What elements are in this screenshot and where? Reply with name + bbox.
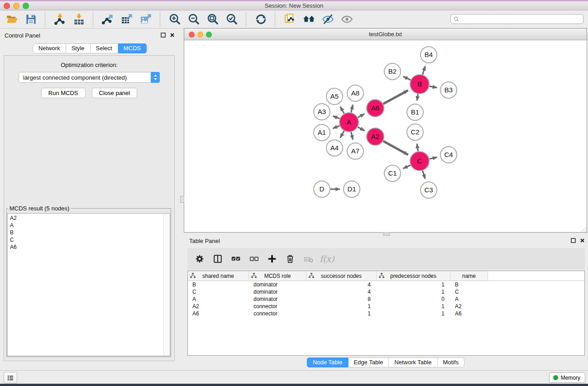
first-neighbors-icon[interactable] <box>301 12 317 27</box>
add-column-icon[interactable] <box>265 252 279 266</box>
table-row[interactable]: Cdominator41C <box>188 288 584 295</box>
graph-edge-A-A7[interactable] <box>351 132 353 140</box>
optimization-criterion-select[interactable]: largest connected component (directed) <box>19 72 160 83</box>
float-table-panel-icon[interactable] <box>571 238 576 243</box>
table-row[interactable]: A6connector11A6 <box>188 310 584 317</box>
show-all-icon[interactable] <box>339 12 355 27</box>
import-table-icon[interactable] <box>71 12 87 27</box>
export-table-icon[interactable] <box>119 12 135 27</box>
graph-edge-C-C2[interactable] <box>417 144 418 152</box>
graph-node-A8[interactable]: A8 <box>347 85 363 101</box>
column-header-successor-nodes[interactable]: successor nodes <box>306 271 377 281</box>
graph-edge-B-B4[interactable] <box>423 66 425 75</box>
tab-mcds[interactable]: MCDS <box>118 43 147 53</box>
tab-node-table[interactable]: Node Table <box>307 357 349 367</box>
tab-motifs[interactable]: Motifs <box>437 357 464 367</box>
graph-node-A5[interactable]: A5 <box>326 88 343 105</box>
tab-network[interactable]: Network <box>33 43 66 53</box>
close-table-panel-icon[interactable] <box>580 238 585 243</box>
mcds-result-item[interactable]: A <box>10 222 170 229</box>
graph-edge-C-C1[interactable] <box>403 165 411 168</box>
graph-edge-C-C3[interactable] <box>423 171 425 179</box>
graph-edge-A-A6[interactable] <box>358 114 364 118</box>
result-scrollbar[interactable] <box>163 214 170 356</box>
graph-edge-A-A8[interactable] <box>351 105 353 112</box>
graph-edge-A-A3[interactable] <box>333 116 339 119</box>
column-visibility-icon[interactable] <box>211 252 225 266</box>
graph-node-B[interactable]: B <box>410 75 429 94</box>
graph-node-C4[interactable]: C4 <box>440 147 457 163</box>
network-graph[interactable]: B4B2BB3A5A8A6A3B1AA1C2A2A4A7CC4C1C3DD1 <box>184 40 587 232</box>
network-window-titlebar[interactable]: testGlobe.txt <box>184 29 587 40</box>
refresh-icon[interactable] <box>253 12 269 27</box>
float-panel-icon[interactable] <box>161 33 166 38</box>
close-panel-button[interactable]: Close panel <box>92 88 138 98</box>
run-mcds-button[interactable]: Run MCDS <box>41 88 86 98</box>
column-header-shared-name[interactable]: shared name <box>188 271 249 281</box>
save-session-icon[interactable] <box>23 12 39 27</box>
graph-node-B4[interactable]: B4 <box>421 47 437 63</box>
zoom-selected-icon[interactable] <box>224 12 240 27</box>
graph-node-A7[interactable]: A7 <box>347 143 363 159</box>
graph-node-C[interactable]: C <box>410 152 429 171</box>
tab-network-table[interactable]: Network Table <box>389 357 437 367</box>
graph-node-B3[interactable]: B3 <box>440 82 457 98</box>
close-panel-icon[interactable] <box>170 33 175 38</box>
graph-edge-B-B1[interactable] <box>417 94 418 101</box>
mcds-result-item[interactable]: A2 <box>10 214 170 222</box>
vertical-scroll-thumb[interactable] <box>180 196 184 203</box>
search-field[interactable] <box>450 14 583 24</box>
column-header-predecessor-nodes[interactable]: predecessor nodes <box>377 271 450 281</box>
graph-edge-B-B3[interactable] <box>430 86 437 87</box>
deselect-all-icon[interactable] <box>247 252 261 266</box>
zoom-out-icon[interactable] <box>186 12 202 27</box>
table-settings-icon[interactable] <box>193 252 206 266</box>
graph-edge-A-A4[interactable] <box>340 131 344 138</box>
hide-selected-icon[interactable] <box>320 12 336 27</box>
graph-node-B1[interactable]: B1 <box>407 104 423 120</box>
mcds-result-item[interactable]: B <box>10 229 170 236</box>
window-list-button[interactable] <box>4 372 17 383</box>
column-header-name[interactable]: name <box>450 271 488 281</box>
select-all-icon[interactable] <box>229 252 243 266</box>
tab-style[interactable]: Style <box>66 43 91 53</box>
mcds-result-item[interactable]: A6 <box>10 243 170 251</box>
graph-edge-B-B2[interactable] <box>403 76 411 80</box>
graph-edge-A-A5[interactable] <box>340 107 344 114</box>
graph-node-C1[interactable]: C1 <box>384 165 401 181</box>
graph-node-D1[interactable]: D1 <box>344 181 360 197</box>
graph-node-A[interactable]: A <box>339 113 359 132</box>
graph-node-A2[interactable]: A2 <box>367 128 384 145</box>
graph-node-A3[interactable]: A3 <box>314 104 330 120</box>
graph-node-D[interactable]: D <box>314 181 330 197</box>
graph-edge-A2-C[interactable] <box>383 141 408 155</box>
table-row[interactable]: A2connector11A2 <box>188 303 584 310</box>
table-row[interactable]: Adominator80A <box>188 295 584 303</box>
graph-node-B2[interactable]: B2 <box>384 63 401 80</box>
new-network-from-selection-icon[interactable] <box>282 12 298 27</box>
tab-select[interactable]: Select <box>91 43 118 53</box>
search-input[interactable] <box>459 15 583 23</box>
graph-node-C2[interactable]: C2 <box>407 124 423 140</box>
mcds-result-list[interactable]: A2ABCA6 <box>7 213 170 356</box>
graph-edge-C-C4[interactable] <box>430 157 437 159</box>
tab-edge-table[interactable]: Edge Table <box>348 357 389 367</box>
mcds-result-item[interactable]: C <box>10 236 170 243</box>
import-network-icon[interactable] <box>52 12 68 27</box>
graph-node-A4[interactable]: A4 <box>326 140 343 156</box>
export-image-icon[interactable] <box>138 12 154 27</box>
memory-button[interactable]: Memory <box>549 372 585 383</box>
graph-node-A6[interactable]: A6 <box>367 100 384 117</box>
column-header-mcds-role[interactable]: MCDS role <box>249 271 306 281</box>
graph-node-A1[interactable]: A1 <box>314 124 330 141</box>
open-file-icon[interactable] <box>4 12 20 27</box>
export-network-icon[interactable] <box>100 12 116 27</box>
table-row[interactable]: Bdominator41B <box>188 281 584 288</box>
graph-edge-A-A2[interactable] <box>358 127 364 131</box>
graph-edge-A-A1[interactable] <box>333 126 339 129</box>
zoom-in-icon[interactable] <box>167 12 183 27</box>
zoom-fit-icon[interactable] <box>205 12 221 27</box>
delete-column-icon[interactable] <box>283 252 297 266</box>
graph-node-C3[interactable]: C3 <box>421 182 437 198</box>
graph-edge-A6-B[interactable] <box>383 91 408 104</box>
